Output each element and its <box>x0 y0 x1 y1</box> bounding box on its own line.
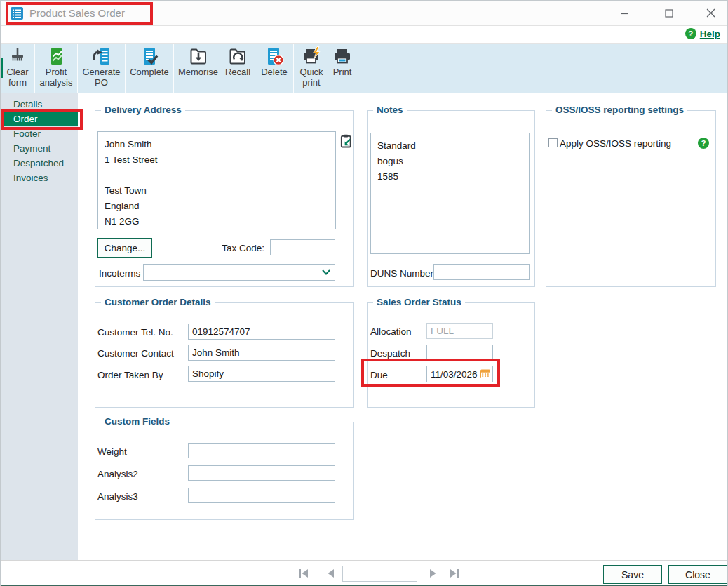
quick-print-button[interactable]: Quick print <box>295 44 328 93</box>
order-taken-by-input[interactable] <box>188 366 335 382</box>
delete-icon <box>264 46 285 67</box>
toolbar: Clear form Profit analysis Generate PO <box>1 44 727 93</box>
toolbar-separator <box>125 44 126 93</box>
customer-tel-label: Customer Tel. No. <box>97 327 173 338</box>
paste-address-icon[interactable] <box>339 133 353 149</box>
group-title: Sales Order Status <box>373 297 465 307</box>
group-title: Customer Order Details <box>101 297 215 307</box>
weight-label: Weight <box>97 446 127 457</box>
profit-analysis-icon <box>46 46 67 67</box>
sidebar-item-details[interactable]: Details <box>1 97 78 112</box>
memorise-icon <box>188 46 209 67</box>
chevron-down-icon <box>322 269 330 275</box>
group-title: OSS/IOSS reporting settings <box>552 105 687 115</box>
toolbar-label: Complete <box>130 67 169 77</box>
help-bar: Help <box>1 26 727 44</box>
complete-button[interactable]: Complete <box>126 44 173 93</box>
generate-po-icon <box>91 46 112 67</box>
product-sales-order-window: Product Sales Order Help Clear form <box>0 0 728 586</box>
help-link[interactable]: Help <box>685 28 720 39</box>
change-address-button[interactable]: Change... <box>97 238 152 258</box>
toolbar-label: Quick print <box>295 67 328 88</box>
toolbar-separator <box>255 44 255 93</box>
recall-icon <box>227 46 248 67</box>
recall-button[interactable]: Recall <box>222 44 254 93</box>
sales-order-form-icon <box>10 6 24 20</box>
customer-tel-input[interactable] <box>188 324 335 340</box>
sidebar-item-despatched[interactable]: Despatched <box>1 156 78 171</box>
toolbar-label: Recall <box>225 67 250 77</box>
profit-analysis-button[interactable]: Profit analysis <box>36 44 76 93</box>
weight-input[interactable] <box>188 443 335 458</box>
group-title: Delivery Address <box>101 105 185 115</box>
incoterms-dropdown[interactable] <box>143 264 335 281</box>
allocation-label: Allocation <box>370 326 412 337</box>
delivery-address-textarea[interactable]: John Smith 1 Test Street Test Town Engla… <box>97 131 336 229</box>
toolbar-separator <box>173 44 174 93</box>
generate-po-button[interactable]: Generate PO <box>79 44 124 93</box>
complete-icon <box>139 46 160 67</box>
analysis3-label: Analysis3 <box>97 491 138 502</box>
toolbar-label: Clear form <box>1 67 34 88</box>
toolbar-label: Print <box>333 67 352 77</box>
oss-ioss-group: OSS/IOSS reporting settings <box>546 110 716 287</box>
duns-number-input[interactable] <box>433 264 530 280</box>
sidebar-item-footer[interactable]: Footer <box>1 126 78 141</box>
apply-oss-checkbox[interactable] <box>548 138 558 147</box>
analysis3-input[interactable] <box>188 488 335 503</box>
nav-first-icon[interactable] <box>298 568 309 579</box>
toolbar-label: Memorise <box>178 67 218 77</box>
toolbar-separator <box>34 44 35 93</box>
nav-last-icon[interactable] <box>449 568 460 579</box>
order-taken-by-label: Order Taken By <box>97 370 163 380</box>
oss-help-icon[interactable] <box>698 138 709 149</box>
nav-record-input[interactable] <box>342 566 417 582</box>
tax-code-input[interactable] <box>270 239 335 255</box>
sidebar-item-payment[interactable]: Payment <box>1 141 78 156</box>
allocation-input <box>426 323 493 339</box>
tax-code-label: Tax Code: <box>217 243 264 253</box>
save-button[interactable]: Save <box>603 565 662 584</box>
delete-button[interactable]: Delete <box>256 44 292 93</box>
analysis2-input[interactable] <box>188 465 335 481</box>
window-title: Product Sales Order <box>29 1 125 25</box>
notes-textarea[interactable]: Standard bogus 1585 <box>370 133 530 254</box>
close-button[interactable]: Close <box>668 565 727 584</box>
question-circle-icon <box>685 28 696 39</box>
print-button[interactable]: Print <box>328 44 356 93</box>
incoterms-label: Incoterms <box>99 268 140 279</box>
maximize-button[interactable] <box>653 1 685 25</box>
nav-previous-icon[interactable] <box>325 568 337 579</box>
toolbar-separator <box>293 44 294 93</box>
sidebar: Details Order Footer Payment Despatched … <box>1 93 80 560</box>
memorise-button[interactable]: Memorise <box>175 44 222 93</box>
duns-number-label: DUNS Number <box>370 268 433 279</box>
group-title: Custom Fields <box>101 416 173 427</box>
nav-next-icon[interactable] <box>427 568 438 579</box>
calendar-icon[interactable] <box>480 369 490 378</box>
toolbar-label: Profit analysis <box>36 67 76 88</box>
toolbar-label: Delete <box>261 67 288 77</box>
clear-form-button[interactable]: Clear form <box>1 44 34 93</box>
apply-oss-label: Apply OSS/IOSS reporting <box>560 138 671 149</box>
due-label: Due <box>370 370 388 380</box>
print-icon <box>332 46 353 67</box>
analysis2-label: Analysis2 <box>97 469 138 479</box>
close-window-button[interactable] <box>694 1 727 25</box>
despatch-label: Despatch <box>370 348 410 359</box>
toolbar-separator <box>77 44 78 93</box>
group-title: Notes <box>373 105 407 115</box>
customer-contact-label: Customer Contact <box>97 348 174 359</box>
customer-contact-input[interactable] <box>188 345 335 361</box>
sidebar-item-order[interactable]: Order <box>1 112 78 126</box>
title-bar: Product Sales Order <box>1 1 727 26</box>
despatch-input[interactable] <box>426 345 493 361</box>
sidebar-item-invoices[interactable]: Invoices <box>1 171 78 185</box>
clear-form-icon <box>7 46 28 67</box>
background-window-edge <box>1 58 3 78</box>
minimize-button[interactable] <box>608 1 640 25</box>
help-label: Help <box>700 29 720 39</box>
quick-print-icon <box>301 46 322 67</box>
toolbar-label: Generate PO <box>79 67 124 88</box>
